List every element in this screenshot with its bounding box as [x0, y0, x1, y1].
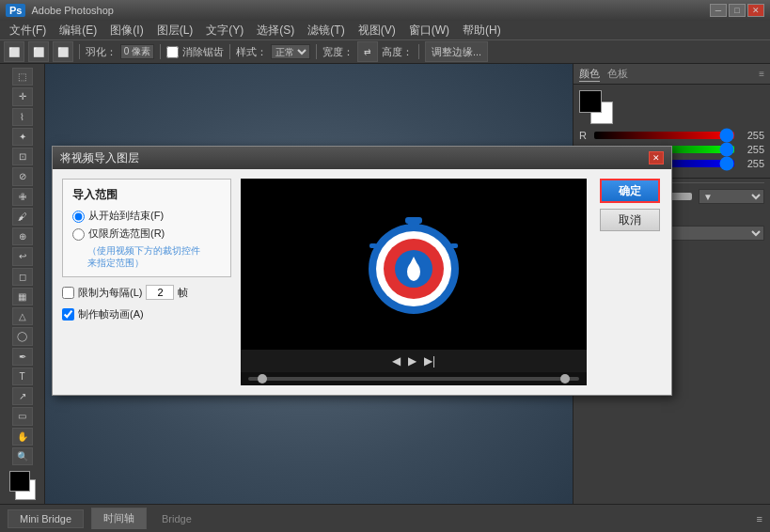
- video-frame: [241, 179, 587, 350]
- dialog-overlay: 将视频导入图层 ✕ 导入范围 从开始到结束(F) 仅限所选范围(R): [0, 0, 770, 532]
- dialog-close-button[interactable]: ✕: [649, 151, 664, 164]
- animate-checkbox[interactable]: [62, 308, 74, 321]
- dialog-title: 将视频导入图层: [60, 150, 139, 166]
- import-range-title: 导入范围: [72, 187, 221, 203]
- radio-selected-range: 仅限所选范围(R): [72, 227, 221, 241]
- dialog-title-bar: 将视频导入图层 ✕: [53, 147, 671, 169]
- animate-row: 制作帧动画(A): [62, 307, 231, 321]
- animate-label: 制作帧动画(A): [78, 307, 144, 321]
- limit-checkbox[interactable]: [62, 287, 74, 299]
- scrubber-start-thumb[interactable]: [258, 374, 267, 383]
- scrubber-row: [241, 372, 587, 385]
- video-controls: ◀ ▶ ▶|: [241, 350, 587, 372]
- video-preview: ◀ ▶ ▶|: [241, 179, 587, 385]
- import-video-dialog: 将视频导入图层 ✕ 导入范围 从开始到结束(F) 仅限所选范围(R): [52, 146, 672, 396]
- import-range-group: 导入范围 从开始到结束(F) 仅限所选范围(R) （使用视频下方的裁切控件 来指…: [62, 179, 231, 277]
- prev-frame-button[interactable]: ◀: [392, 354, 401, 368]
- play-button[interactable]: ▶: [408, 354, 416, 368]
- radio-selected-label: 仅限所选范围(R): [88, 227, 165, 241]
- cancel-button[interactable]: 取消: [600, 209, 660, 231]
- limit-row: 限制为每隔(L) 帧: [62, 285, 231, 300]
- svg-rect-7: [405, 217, 422, 224]
- svg-rect-9: [450, 243, 458, 248]
- svg-rect-8: [369, 243, 377, 248]
- limit-unit: 帧: [178, 286, 188, 300]
- dialog-body: 导入范围 从开始到结束(F) 仅限所选范围(R) （使用视频下方的裁切控件 来指…: [53, 169, 671, 395]
- next-frame-button[interactable]: ▶|: [424, 354, 435, 368]
- timer-icon: [362, 208, 465, 321]
- ok-button[interactable]: 确定: [600, 179, 660, 203]
- radio-full-input[interactable]: [72, 211, 85, 223]
- radio-full-label: 从开始到结束(F): [88, 209, 164, 223]
- radio-sub-text1: （使用视频下方的裁切控件 来指定范围）: [87, 244, 221, 269]
- dialog-actions: 确定 取消: [596, 179, 662, 385]
- radio-selected-input[interactable]: [72, 228, 85, 241]
- dialog-options: 导入范围 从开始到结束(F) 仅限所选范围(R) （使用视频下方的裁切控件 来指…: [62, 179, 231, 385]
- scrubber-track[interactable]: [248, 377, 579, 381]
- limit-input[interactable]: [146, 285, 174, 300]
- scrubber-end-thumb[interactable]: [560, 374, 570, 383]
- radio-full-range: 从开始到结束(F): [72, 209, 221, 223]
- limit-label: 限制为每隔(L): [78, 286, 142, 300]
